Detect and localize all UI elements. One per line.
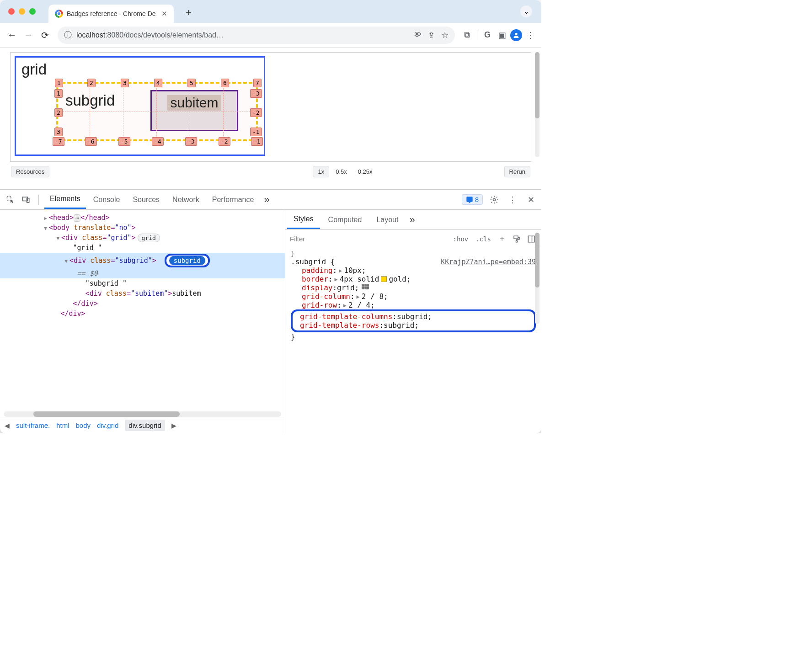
zoom-025x-button[interactable]: 0.25x <box>353 166 377 177</box>
demo-toolbar: Resources 1x 0.5x 0.25x Rerun <box>10 162 531 178</box>
styles-filter-input[interactable] <box>290 235 448 243</box>
window-controls <box>8 8 36 15</box>
css-declaration[interactable]: border:▶4px solid gold; <box>291 275 536 283</box>
grid-number: 1 <box>54 89 63 98</box>
tab-elements[interactable]: Elements <box>44 190 86 209</box>
tab-layout[interactable]: Layout <box>370 211 405 229</box>
tab-network[interactable]: Network <box>167 191 205 208</box>
forward-button[interactable]: → <box>21 28 36 43</box>
grid-number: 6 <box>221 79 229 87</box>
devtools-menu-icon[interactable]: ⋮ <box>506 193 519 207</box>
styles-more-icon[interactable]: » <box>406 214 417 226</box>
grid-number: -1 <box>251 137 263 146</box>
grid-number: -7 <box>53 137 64 146</box>
issues-badge[interactable]: 8 <box>462 194 483 205</box>
zoom-1x-button[interactable]: 1x <box>313 166 329 177</box>
settings-icon[interactable] <box>487 193 501 207</box>
close-window-button[interactable] <box>8 8 15 15</box>
star-icon[interactable]: ☆ <box>441 30 449 40</box>
resources-button[interactable]: Resources <box>11 166 49 177</box>
crumb-next-icon[interactable]: ▶ <box>171 422 176 429</box>
profile-avatar[interactable] <box>510 29 522 41</box>
eye-off-icon[interactable]: 👁 <box>413 30 422 40</box>
grid-number: -2 <box>219 137 230 146</box>
browser-tab[interactable]: Badges reference - Chrome De ✕ <box>48 5 174 23</box>
svg-point-4 <box>493 198 496 201</box>
extensions-icon[interactable]: ⧉ <box>460 30 473 40</box>
css-declaration[interactable]: grid-row:▶2 / 4; <box>291 301 536 309</box>
selected-dom-node[interactable]: <div class="subgrid"> subgrid <box>0 253 285 268</box>
dom-panel: <head>⋯</head> <body translate="no"> <di… <box>0 210 285 433</box>
tab-sources[interactable]: Sources <box>127 191 165 208</box>
maximize-window-button[interactable] <box>29 8 36 15</box>
svg-point-0 <box>515 32 517 35</box>
zoom-05x-button[interactable]: 0.5x <box>331 166 352 177</box>
gridline <box>90 84 90 140</box>
kebab-menu-icon[interactable]: ⋮ <box>524 30 537 40</box>
sidepanel-icon[interactable]: ▣ <box>496 30 508 40</box>
styles-scroll-thumb[interactable] <box>535 233 540 288</box>
rule-source-link[interactable]: KKrajpZ?ani…pe=embed:39 <box>441 258 536 266</box>
grid-number: -2 <box>250 108 262 117</box>
crumb-divsubgrid[interactable]: div.subgrid <box>125 420 165 431</box>
gridline <box>123 84 123 140</box>
crumb-divgrid[interactable]: div.grid <box>97 421 118 429</box>
svg-rect-5 <box>514 236 518 239</box>
crumb-iframe[interactable]: sult-iframe. <box>16 421 50 429</box>
reload-button[interactable]: ⟳ <box>37 28 52 43</box>
css-declaration[interactable]: grid-template-columns: subgrid; <box>297 312 529 321</box>
tab-console[interactable]: Console <box>88 191 126 208</box>
tab-search-button[interactable]: ⌄ <box>520 5 532 17</box>
page-scroll-thumb[interactable] <box>535 52 540 118</box>
styles-panel: Styles Computed Layout » :hov .cls ＋ <box>285 210 541 433</box>
tab-computed[interactable]: Computed <box>322 211 369 229</box>
inspect-icon[interactable] <box>4 193 17 207</box>
grid-label: grid <box>21 61 47 78</box>
close-devtools-icon[interactable]: ✕ <box>524 193 538 207</box>
grid-number: 7 <box>253 79 262 87</box>
devtools-panel: Elements Console Sources Network Perform… <box>0 189 541 433</box>
css-declaration[interactable]: padding:▶10px; <box>291 266 536 275</box>
crumb-body[interactable]: body <box>76 421 91 429</box>
google-icon[interactable]: G <box>481 30 494 40</box>
more-tabs-icon[interactable]: » <box>261 194 272 206</box>
tab-performance[interactable]: Performance <box>207 191 260 208</box>
cls-button[interactable]: .cls <box>474 234 493 244</box>
rerun-button[interactable]: Rerun <box>504 166 530 177</box>
svg-rect-1 <box>7 196 11 200</box>
grid-badge[interactable]: grid <box>138 234 160 242</box>
subgrid-badge[interactable]: subgrid <box>169 256 205 265</box>
grid-editor-icon[interactable] <box>362 284 369 292</box>
page-viewport: grid subgrid subitem 1 2 3 4 5 6 7 1 2 3 <box>0 48 541 189</box>
crumb-prev-icon[interactable]: ◀ <box>5 422 10 429</box>
grid-number: 1 <box>55 79 63 87</box>
address-bar[interactable]: ⓘ localhost:8080/docs/devtools/elements/… <box>58 27 455 44</box>
new-rule-icon[interactable]: ＋ <box>497 234 508 244</box>
grid-number: 4 <box>154 79 162 87</box>
hov-button[interactable]: :hov <box>451 234 470 244</box>
gridline <box>156 84 157 140</box>
svg-rect-7 <box>528 236 534 242</box>
site-info-icon[interactable]: ⓘ <box>64 30 72 40</box>
new-tab-button[interactable]: + <box>182 6 196 20</box>
crumb-html[interactable]: html <box>56 421 69 429</box>
dom-h-scrollbar[interactable] <box>4 411 281 417</box>
close-tab-icon[interactable]: ✕ <box>161 10 167 18</box>
device-mode-icon[interactable] <box>19 193 33 207</box>
grid-number: -1 <box>250 128 262 136</box>
css-declaration[interactable]: grid-column:▶2 / 8; <box>291 292 536 301</box>
dom-tree[interactable]: <head>⋯</head> <body translate="no"> <di… <box>0 210 285 410</box>
styles-tabs: Styles Computed Layout » <box>285 210 541 230</box>
rule-selector[interactable]: .subgrid { <box>291 257 335 266</box>
gridline <box>223 84 224 140</box>
color-swatch-icon[interactable] <box>381 276 387 282</box>
tab-styles[interactable]: Styles <box>287 210 320 229</box>
devtools-tabs: Elements Console Sources Network Perform… <box>0 190 541 210</box>
share-icon[interactable]: ⇪ <box>428 30 435 40</box>
minimize-window-button[interactable] <box>19 8 25 15</box>
css-declaration[interactable]: grid-template-rows: subgrid; <box>297 321 529 330</box>
paint-icon[interactable] <box>511 235 522 243</box>
back-button[interactable]: ← <box>5 28 19 43</box>
styles-rules[interactable]: } .subgrid { KKrajpZ?ani…pe=embed:39 pad… <box>285 248 541 433</box>
css-declaration[interactable]: display: grid; <box>291 283 536 292</box>
